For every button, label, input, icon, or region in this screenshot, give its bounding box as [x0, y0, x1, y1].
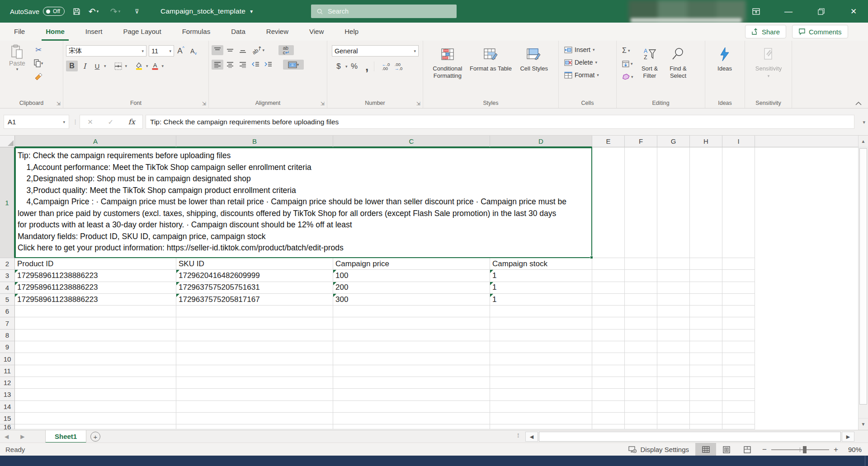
scroll-up-arrow[interactable]: ▲	[859, 136, 868, 147]
cell-F13[interactable]	[625, 389, 657, 400]
cell-B15[interactable]	[176, 413, 333, 424]
cell-H6[interactable]	[690, 306, 722, 317]
chevron-down-icon[interactable]: ▾	[104, 64, 106, 68]
row-header-2[interactable]: 2	[0, 258, 15, 270]
cell-F9[interactable]	[625, 341, 657, 353]
cell-G9[interactable]	[657, 341, 690, 353]
cell-E6[interactable]	[592, 306, 625, 317]
font-size-combobox[interactable]: 11▾	[149, 45, 174, 56]
cell-E11[interactable]	[592, 365, 625, 377]
row-header-16[interactable]: 16	[0, 424, 15, 429]
font-dialog-launcher-icon[interactable]: ⇲	[202, 101, 206, 107]
cell-C14[interactable]	[333, 401, 490, 413]
column-header-h[interactable]: H	[690, 136, 722, 147]
top-align-button[interactable]	[212, 45, 223, 55]
cell-x9[interactable]	[755, 341, 858, 353]
cell-H12[interactable]	[690, 377, 722, 389]
cell-x5[interactable]	[755, 294, 858, 306]
increase-decimal-button[interactable]: ←.0.00	[380, 61, 392, 72]
cell-I7[interactable]	[722, 317, 755, 329]
cell-G1[interactable]	[657, 147, 690, 258]
cell-D14[interactable]	[490, 401, 592, 413]
cell-D4[interactable]: 1	[490, 282, 592, 294]
scroll-right-arrow[interactable]: ▶	[842, 432, 854, 442]
cell-x3[interactable]	[755, 270, 858, 282]
cell-E14[interactable]	[592, 401, 625, 413]
cell-F6[interactable]	[625, 306, 657, 317]
number-dialog-launcher-icon[interactable]: ⇲	[416, 101, 420, 107]
cell-B13[interactable]	[176, 389, 333, 400]
enter-icon[interactable]: ✓	[108, 118, 114, 126]
decrease-indent-button[interactable]	[250, 60, 261, 70]
row-header-9[interactable]: 9	[0, 341, 15, 353]
cell-H1[interactable]	[690, 147, 722, 258]
center-button[interactable]	[224, 60, 236, 70]
cell-B2[interactable]: SKU ID	[176, 258, 333, 270]
expand-formula-bar-icon[interactable]: ▾	[863, 119, 865, 125]
cell-B6[interactable]	[176, 306, 333, 317]
zoom-slider-thumb[interactable]	[803, 446, 807, 453]
autosave-pill[interactable]: Off	[43, 7, 65, 16]
cell-B9[interactable]	[176, 341, 333, 353]
cell-D12[interactable]	[490, 377, 592, 389]
bold-button[interactable]: B	[66, 61, 78, 71]
tab-data[interactable]: Data	[221, 23, 256, 41]
cell-I16[interactable]	[722, 424, 755, 429]
formula-input[interactable]: Tip: Check the campaign requirements bef…	[146, 115, 854, 129]
cell-H10[interactable]	[690, 353, 722, 365]
format-painter-button[interactable]	[33, 71, 44, 82]
cell-E12[interactable]	[592, 377, 625, 389]
cell-F1[interactable]	[625, 147, 657, 258]
cell-A10[interactable]	[15, 353, 176, 365]
redo-button[interactable]: ↷▾	[108, 0, 123, 23]
cell-G2[interactable]	[657, 258, 690, 270]
cell-D5[interactable]: 1	[490, 294, 592, 306]
row-header-8[interactable]: 8	[0, 329, 15, 341]
ribbon-display-options-button[interactable]	[741, 0, 770, 23]
row-header-13[interactable]: 13	[0, 389, 15, 400]
autosum-button[interactable]: Σ▾	[622, 45, 634, 56]
find-select-button[interactable]: Find & Select	[664, 43, 693, 97]
paste-button[interactable]: Paste ▾	[5, 44, 30, 93]
clear-button[interactable]: ▾	[622, 71, 634, 82]
cell-A11[interactable]	[15, 365, 176, 377]
tab-page-layout[interactable]: Page Layout	[113, 23, 171, 41]
cell-I13[interactable]	[722, 389, 755, 400]
fill-handle[interactable]	[590, 256, 593, 259]
cell-F12[interactable]	[625, 377, 657, 389]
row-header-5[interactable]: 5	[0, 294, 15, 306]
page-layout-view-button[interactable]	[716, 443, 737, 456]
cancel-icon[interactable]: ✕	[87, 118, 93, 126]
cell-E10[interactable]	[592, 353, 625, 365]
chevron-down-icon[interactable]: ▾	[125, 64, 127, 68]
search-input[interactable]: Search	[311, 5, 457, 18]
cell-I1[interactable]	[722, 147, 755, 258]
font-name-combobox[interactable]: 宋体▾	[66, 45, 146, 56]
number-format-combobox[interactable]: General▾	[332, 45, 419, 56]
cell-I3[interactable]	[722, 270, 755, 282]
fill-color-button[interactable]	[133, 61, 145, 71]
column-header-e[interactable]: E	[592, 136, 625, 147]
document-title[interactable]: Campaign_stock_template ▼	[160, 0, 254, 23]
decrease-decimal-button[interactable]: .00→.0	[393, 61, 405, 72]
cell-I4[interactable]	[722, 282, 755, 294]
cell-C8[interactable]	[333, 329, 490, 341]
cell-F11[interactable]	[625, 365, 657, 377]
borders-button[interactable]	[113, 61, 124, 71]
cell-I14[interactable]	[722, 401, 755, 413]
cell-A9[interactable]	[15, 341, 176, 353]
alignment-dialog-launcher-icon[interactable]: ⇲	[321, 101, 325, 107]
cell-x13[interactable]	[755, 389, 858, 400]
cell-C9[interactable]	[333, 341, 490, 353]
cell-H11[interactable]	[690, 365, 722, 377]
wrap-text-button[interactable]: abc↵	[278, 45, 294, 55]
cell-x7[interactable]	[755, 317, 858, 329]
share-button[interactable]: Share	[745, 25, 786, 38]
chevron-down-icon[interactable]: ▾	[345, 64, 348, 69]
conditional-formatting-button[interactable]: Conditional Formatting	[426, 43, 469, 97]
comments-button[interactable]: Comments	[792, 25, 848, 38]
cell-H2[interactable]	[690, 258, 722, 270]
percent-style-button[interactable]: %	[349, 61, 360, 72]
cell-F2[interactable]	[625, 258, 657, 270]
cell-G16[interactable]	[657, 424, 690, 429]
